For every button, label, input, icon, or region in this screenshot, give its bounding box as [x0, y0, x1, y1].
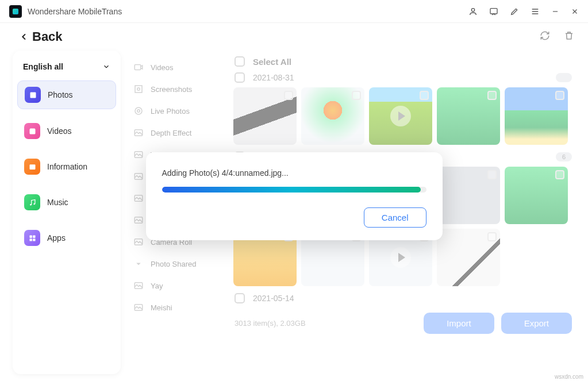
svg-point-6: [33, 203, 35, 205]
thumb-checkbox[interactable]: [284, 91, 293, 100]
trash-icon[interactable]: [564, 30, 574, 43]
cancel-button[interactable]: Cancel: [364, 207, 426, 228]
sidebar-item-music[interactable]: Music: [17, 188, 116, 216]
image-icon: [133, 280, 144, 291]
photo-thumb[interactable]: [505, 167, 568, 224]
back-button[interactable]: Back: [20, 29, 63, 44]
back-row: Back: [0, 23, 588, 51]
photo-thumb[interactable]: [233, 87, 297, 145]
album-item[interactable]: Yay: [129, 275, 223, 297]
thumb-checkbox[interactable]: [555, 170, 564, 179]
video-folder-icon: [133, 62, 144, 72]
thumb-checkbox[interactable]: [420, 91, 429, 100]
image-icon: [133, 171, 144, 182]
photo-thumb[interactable]: [301, 87, 364, 145]
minimize-icon[interactable]: [551, 7, 559, 16]
svg-rect-9: [29, 238, 32, 241]
language-label: English all: [23, 62, 63, 71]
svg-rect-4: [29, 164, 35, 170]
item-count-info: 3013 item(s), 2.03GB: [235, 319, 417, 328]
titlebar: Wondershare MobileTrans: [0, 0, 588, 23]
image-icon: [133, 302, 144, 313]
svg-point-0: [471, 8, 474, 11]
image-icon: [133, 128, 144, 138]
album-item[interactable]: Depth Effect: [129, 122, 223, 144]
photo-thumb[interactable]: [369, 87, 432, 145]
sidebar-item-information[interactable]: Information: [17, 153, 116, 180]
sidebar-item-label: Music: [47, 198, 68, 207]
album-item[interactable]: Videos: [129, 56, 223, 78]
date-label: 2021-08-31: [253, 73, 294, 82]
progress-modal: Adding Photo(s) 4/4:unnamed.jpg... Cance…: [146, 152, 443, 240]
sidebar-item-videos[interactable]: Videos: [17, 117, 116, 145]
feedback-icon[interactable]: [489, 7, 498, 16]
screenshot-icon: [133, 84, 144, 94]
refresh-icon[interactable]: [540, 30, 550, 43]
play-icon: [390, 106, 411, 126]
count-pill: [556, 73, 572, 82]
menu-icon[interactable]: [531, 7, 540, 16]
sidebar-item-label: Videos: [47, 126, 72, 136]
photo-thumb[interactable]: [437, 87, 500, 145]
photo-thumb[interactable]: [437, 229, 500, 286]
photos-icon: [25, 87, 41, 103]
album-item[interactable]: Photo Shared: [129, 253, 223, 275]
album-item[interactable]: Screenshots: [129, 78, 223, 100]
videos-icon: [24, 123, 40, 139]
progress-fill: [162, 187, 421, 193]
user-icon[interactable]: [468, 7, 478, 16]
svg-rect-10: [33, 238, 35, 241]
import-button[interactable]: Import: [424, 313, 494, 334]
select-all-row: Select All: [231, 56, 575, 70]
sidebar-item-label: Photos: [48, 90, 73, 99]
edit-icon[interactable]: [510, 7, 519, 16]
image-icon: [133, 237, 144, 247]
image-icon: [133, 193, 144, 203]
photo-thumb[interactable]: [437, 167, 500, 224]
thumb-checkbox[interactable]: [487, 232, 497, 241]
thumb-checkbox[interactable]: [487, 91, 497, 100]
back-label: Back: [32, 29, 63, 44]
photo-thumb[interactable]: [505, 87, 568, 145]
svg-point-5: [30, 204, 32, 206]
sidebar-item-photos[interactable]: Photos: [17, 80, 116, 109]
date-label: 2021-05-14: [253, 294, 294, 303]
thumb-checkbox[interactable]: [352, 91, 361, 100]
svg-point-13: [137, 88, 140, 91]
image-icon: [133, 215, 144, 225]
svg-rect-1: [490, 8, 497, 13]
date-group-header: 2021-08-31: [231, 70, 575, 87]
select-all-label: Select All: [253, 57, 291, 67]
apps-icon: [24, 230, 40, 246]
app-logo: [9, 5, 22, 18]
progress-bar: [162, 187, 426, 193]
footer-row: 3013 item(s), 2.03GB Import Export: [231, 308, 575, 338]
album-item[interactable]: Live Photos: [129, 100, 223, 122]
sidebar-item-label: Information: [47, 162, 87, 171]
svg-rect-7: [29, 235, 32, 237]
progress-message: Adding Photo(s) 4/4:unnamed.jpg...: [162, 168, 426, 178]
date-checkbox[interactable]: [235, 293, 245, 303]
svg-rect-11: [134, 65, 141, 70]
sidebar-item-apps[interactable]: Apps: [17, 224, 116, 252]
photo-grid: [231, 87, 575, 149]
export-button[interactable]: Export: [501, 313, 572, 334]
svg-point-14: [135, 107, 142, 114]
date-checkbox[interactable]: [235, 72, 245, 83]
select-all-checkbox[interactable]: [235, 56, 245, 67]
category-sidebar: English all Photos Videos Information Mu…: [13, 51, 121, 374]
chevron-down-icon: [102, 63, 110, 71]
close-icon[interactable]: [571, 7, 579, 16]
thumb-checkbox[interactable]: [555, 91, 564, 100]
sidebar-item-label: Apps: [47, 233, 66, 243]
thumb-checkbox[interactable]: [487, 170, 497, 179]
album-item[interactable]: Meishi: [129, 297, 223, 318]
language-dropdown[interactable]: English all: [17, 59, 116, 80]
music-icon: [24, 194, 40, 210]
image-icon: [133, 149, 144, 160]
information-icon: [24, 159, 40, 175]
caret-down-icon: [133, 259, 144, 269]
svg-rect-2: [30, 92, 36, 98]
live-photo-icon: [133, 106, 144, 116]
svg-point-15: [137, 110, 140, 113]
